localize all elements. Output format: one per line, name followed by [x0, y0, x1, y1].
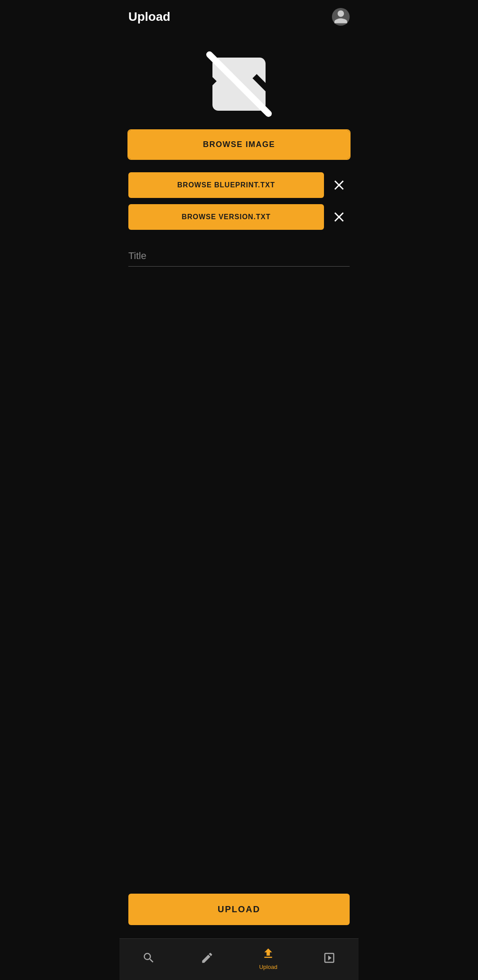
spacer [128, 275, 350, 894]
main-content: BROWSE IMAGE BROWSE BLUEPRINT.TXT BROWSE… [120, 31, 358, 938]
broken-image-icon [204, 49, 274, 120]
nav-upload-label: Upload [259, 964, 277, 970]
image-placeholder-area: BROWSE IMAGE [128, 40, 350, 159]
clear-version-button[interactable] [328, 206, 350, 228]
clear-blueprint-button[interactable] [328, 174, 350, 196]
header: Upload [120, 0, 358, 31]
browse-version-row: BROWSE VERSION.TXT [128, 204, 350, 230]
nav-item-play[interactable] [314, 949, 345, 968]
browse-version-button[interactable]: BROWSE VERSION.TXT [128, 204, 324, 230]
no-image-icon [204, 49, 274, 120]
title-input[interactable] [128, 246, 350, 267]
browse-files-section: BROWSE BLUEPRINT.TXT BROWSE VERSION.TXT [128, 172, 350, 230]
title-input-section [128, 246, 350, 267]
upload-button-section: UPLOAD [128, 894, 350, 930]
play-icon [323, 951, 336, 966]
upload-button[interactable]: UPLOAD [128, 894, 350, 925]
user-avatar[interactable] [332, 8, 350, 26]
nav-item-edit[interactable] [192, 949, 223, 968]
nav-item-search[interactable] [133, 949, 164, 968]
upload-icon [262, 947, 275, 962]
page-title: Upload [128, 10, 170, 24]
nav-item-upload[interactable]: Upload [250, 945, 286, 972]
browse-blueprint-button[interactable]: BROWSE BLUEPRINT.TXT [128, 172, 324, 198]
browse-image-button[interactable]: BROWSE IMAGE [128, 130, 350, 159]
browse-blueprint-row: BROWSE BLUEPRINT.TXT [128, 172, 350, 198]
close-icon-2 [331, 209, 347, 225]
search-icon [142, 951, 155, 966]
close-icon [331, 177, 347, 193]
bottom-nav: Upload [120, 938, 358, 980]
edit-icon [200, 951, 214, 966]
